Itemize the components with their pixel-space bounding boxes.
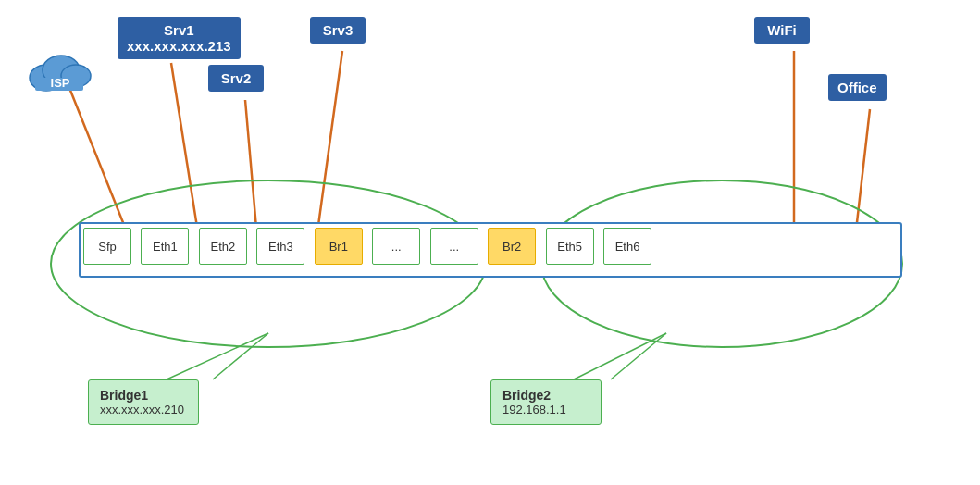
srv1-label: Srv1 <box>164 22 194 38</box>
svg-line-10 <box>574 333 666 379</box>
office-label: Office <box>837 80 877 95</box>
svg-line-9 <box>213 333 268 379</box>
bridge2-label: Bridge2 <box>502 388 589 403</box>
bridge2-sublabel: 192.168.1.1 <box>502 403 589 417</box>
bridge1-sublabel: xxx.xxx.xxx.210 <box>100 403 187 417</box>
srv3-box: Srv3 <box>310 17 366 44</box>
svg-text:ISP: ISP <box>51 76 70 90</box>
svg-line-0 <box>69 88 130 239</box>
svg-line-3 <box>316 51 342 239</box>
port-eth2: Eth2 <box>199 228 247 265</box>
svg-line-5 <box>855 109 870 239</box>
office-box: Office <box>828 74 887 101</box>
svg-line-8 <box>167 333 268 379</box>
port-br1: Br1 <box>315 228 363 265</box>
bridge1-label: Bridge1 <box>100 388 187 403</box>
srv1-sublabel: xxx.xxx.xxx.213 <box>127 38 231 54</box>
network-diagram: ISP Srv1 xxx.xxx.xxx.213 Srv2 Srv3 WiFi … <box>0 0 980 485</box>
bridge1-box: Bridge1 xxx.xxx.xxx.210 <box>88 379 199 425</box>
port-eth5: Eth5 <box>546 228 594 265</box>
srv2-box: Srv2 <box>208 65 264 92</box>
isp-cloud: ISP <box>26 39 95 103</box>
wifi-label: WiFi <box>767 22 797 38</box>
port-eth3: Eth3 <box>256 228 304 265</box>
svg-line-2 <box>245 100 257 239</box>
srv3-label: Srv3 <box>323 22 354 38</box>
srv2-label: Srv2 <box>221 70 252 86</box>
srv1-box: Srv1 xxx.xxx.xxx.213 <box>118 17 241 59</box>
port-eth6: Eth6 <box>603 228 651 265</box>
port-dots2: ... <box>430 228 478 265</box>
port-eth1: Eth1 <box>141 228 189 265</box>
router-box: Sfp Eth1 Eth2 Eth3 Br1 ... ... Br2 Eth5 … <box>79 222 902 278</box>
port-dots1: ... <box>372 228 420 265</box>
bridge2-box: Bridge2 192.168.1.1 <box>490 379 602 425</box>
wifi-box: WiFi <box>754 17 810 44</box>
port-sfp: Sfp <box>83 228 131 265</box>
svg-line-11 <box>611 333 666 379</box>
svg-line-1 <box>171 63 199 239</box>
port-br2: Br2 <box>488 228 536 265</box>
